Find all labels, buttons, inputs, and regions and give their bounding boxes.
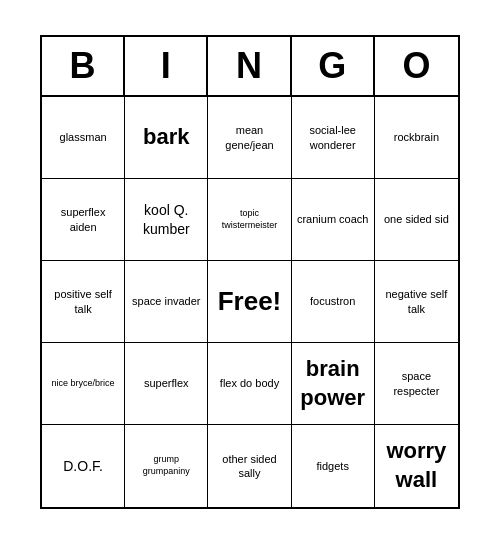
bingo-cell-22: other sided sally [208,425,291,507]
bingo-cell-5: superflex aiden [42,179,125,261]
header-letter-n: N [208,37,291,95]
bingo-cell-15: nice bryce/brice [42,343,125,425]
bingo-cell-18: brain power [292,343,375,425]
bingo-cell-11: space invader [125,261,208,343]
cell-text-5: superflex aiden [46,205,120,234]
cell-text-4: rockbrain [394,130,439,144]
bingo-cell-10: positive self talk [42,261,125,343]
cell-text-18: brain power [296,355,370,412]
cell-text-19: space respecter [379,369,454,398]
cell-text-10: positive self talk [46,287,120,316]
header-letter-i: I [125,37,208,95]
bingo-cell-12: Free! [208,261,291,343]
cell-text-17: flex do body [220,376,279,390]
cell-text-21: grump grumpaniny [129,454,203,477]
bingo-cell-8: cranium coach [292,179,375,261]
bingo-cell-4: rockbrain [375,97,458,179]
cell-text-9: one sided sid [384,212,449,226]
bingo-cell-21: grump grumpaniny [125,425,208,507]
bingo-cell-6: kool Q. kumber [125,179,208,261]
cell-text-3: social-lee wonderer [296,123,370,152]
cell-text-23: fidgets [316,459,348,473]
bingo-cell-14: negative self talk [375,261,458,343]
bingo-cell-20: D.O.F. [42,425,125,507]
bingo-cell-9: one sided sid [375,179,458,261]
cell-text-8: cranium coach [297,212,369,226]
bingo-grid: glassmanbarkmean gene/jeansocial-lee won… [42,97,458,507]
header-letter-o: O [375,37,458,95]
cell-text-15: nice bryce/brice [52,378,115,390]
bingo-cell-13: focustron [292,261,375,343]
bingo-cell-1: bark [125,97,208,179]
cell-text-24: worry wall [379,437,454,494]
bingo-cell-3: social-lee wonderer [292,97,375,179]
cell-text-7: topic twistermeister [212,208,286,231]
header-letter-g: G [292,37,375,95]
cell-text-22: other sided sally [212,452,286,481]
cell-text-13: focustron [310,294,355,308]
bingo-card: BINGO glassmanbarkmean gene/jeansocial-l… [40,35,460,509]
cell-text-1: bark [143,123,189,152]
bingo-cell-0: glassman [42,97,125,179]
bingo-cell-19: space respecter [375,343,458,425]
cell-text-12: Free! [218,285,282,319]
header-letter-b: B [42,37,125,95]
bingo-cell-7: topic twistermeister [208,179,291,261]
bingo-cell-23: fidgets [292,425,375,507]
cell-text-16: superflex [144,376,189,390]
cell-text-2: mean gene/jean [212,123,286,152]
cell-text-11: space invader [132,294,201,308]
bingo-cell-2: mean gene/jean [208,97,291,179]
bingo-header: BINGO [42,37,458,97]
cell-text-14: negative self talk [379,287,454,316]
bingo-cell-16: superflex [125,343,208,425]
cell-text-0: glassman [60,130,107,144]
cell-text-6: kool Q. kumber [129,201,203,237]
cell-text-20: D.O.F. [63,457,103,475]
bingo-cell-24: worry wall [375,425,458,507]
bingo-cell-17: flex do body [208,343,291,425]
